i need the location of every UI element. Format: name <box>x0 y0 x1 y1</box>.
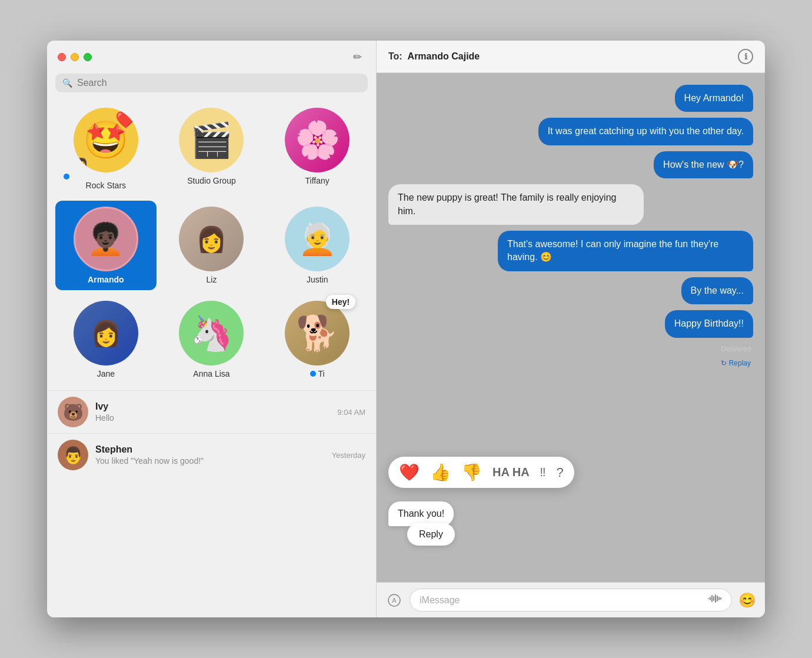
contact-item-liz[interactable]: 👩 Liz <box>161 201 262 290</box>
compose-button[interactable]: ✏ <box>349 49 365 65</box>
bubble-5: That's awesome! I can only imagine the f… <box>498 231 753 271</box>
voice-icon <box>708 594 722 606</box>
to-label: To: <box>388 51 402 61</box>
avatar-anna-lisa: 🦄 <box>179 301 244 365</box>
message-row-7: Happy Birthday!! <box>388 310 753 337</box>
thank-you-bubble: Thank you! <box>388 501 454 526</box>
svg-rect-9 <box>720 597 721 600</box>
svg-rect-4 <box>711 595 713 602</box>
svg-rect-5 <box>713 596 714 601</box>
list-name-stephen: Stephen <box>95 444 325 455</box>
avatar-tiffany: 🌸 <box>285 108 350 172</box>
contact-item-justin[interactable]: 🧑‍🦳 Justin <box>267 201 368 290</box>
message-row-1: Hey Armando! <box>388 85 753 112</box>
list-time-ivy: 9:04 AM <box>337 408 365 417</box>
search-bar[interactable]: 🔍 <box>55 74 368 92</box>
contact-name-anna-lisa: Anna Lisa <box>193 369 229 378</box>
contact-item-tiffany[interactable]: 🌸 Tiffany <box>267 102 368 196</box>
contact-name-liz: Liz <box>207 275 217 284</box>
tapback-emphasis[interactable]: ‼ <box>540 466 546 479</box>
contact-name-ti: Ti <box>318 369 325 378</box>
avatar-ivy: 🐻 <box>58 397 88 427</box>
avatar-liz: 👩 <box>179 207 244 271</box>
unread-dot-rock-stars <box>64 174 69 180</box>
hey-bubble: Hey! <box>326 295 355 309</box>
emoji-button[interactable]: 😊 <box>738 591 757 610</box>
contact-item-rock-stars[interactable]: 🤩 ❤️ 👩 Rock Stars <box>55 102 157 196</box>
svg-rect-8 <box>718 597 720 600</box>
tapback-thumbsup[interactable]: 👍 <box>430 463 451 482</box>
search-input[interactable] <box>77 78 361 88</box>
svg-rect-7 <box>717 596 718 601</box>
avatar-armando: 🧑🏿‍🦱 <box>74 207 138 271</box>
message-row-6: By the way... <box>388 277 753 304</box>
unread-dot-ti <box>310 371 316 377</box>
svg-rect-3 <box>710 597 711 600</box>
tapback-popover: ❤️ 👍 👎 HA HA ‼ ? <box>388 457 574 488</box>
chat-pane: To: Armando Cajide ℹ Hey Armando! It was… <box>377 41 765 617</box>
tapback-haha[interactable]: HA HA <box>492 466 530 479</box>
tapback-thumbsdown[interactable]: 👎 <box>461 463 482 482</box>
messages-area: Hey Armando! It was great catching up wi… <box>377 73 765 582</box>
svg-text:A: A <box>392 597 397 604</box>
search-icon: 🔍 <box>62 78 72 88</box>
traffic-lights <box>58 53 92 61</box>
close-button[interactable] <box>58 53 66 61</box>
contact-item-anna-lisa[interactable]: 🦄 Anna Lisa <box>161 295 262 384</box>
message-input-placeholder: iMessage <box>420 595 703 606</box>
message-input-container[interactable]: iMessage <box>410 589 732 612</box>
tapback-heart[interactable]: ❤️ <box>399 463 420 482</box>
list-time-stephen: Yesterday <box>332 451 365 460</box>
contacts-grid: 🤩 ❤️ 👩 Rock Stars 🎬 Studio Group 🌸 <box>47 99 376 390</box>
contact-name-rock-stars: Rock Stars <box>86 181 126 190</box>
contact-name-jane: Jane <box>97 369 115 378</box>
bubble-7: Happy Birthday!! <box>665 310 753 337</box>
contact-item-studio-group[interactable]: 🎬 Studio Group <box>161 102 262 196</box>
list-info-ivy: Ivy Hello <box>95 401 330 423</box>
bubble-6: By the way... <box>681 277 753 304</box>
messages-window: ✏ 🔍 🤩 ❤️ 👩 Rock Stars <box>47 41 765 617</box>
app-store-button[interactable]: A <box>385 591 404 610</box>
contacts-list: 🐻 Ivy Hello 9:04 AM 👨 Stephen You liked … <box>47 390 376 617</box>
avatar-jane: 👩 <box>74 301 138 365</box>
bubble-2: It was great catching up with you the ot… <box>538 118 753 145</box>
bubble-1: Hey Armando! <box>675 85 753 112</box>
contact-name-studio-group: Studio Group <box>187 176 236 185</box>
message-row-3: How's the new 🐶? <box>388 151 753 178</box>
chat-input-area: A iMessage � <box>377 582 765 617</box>
tapback-question[interactable]: ? <box>557 465 564 480</box>
info-button[interactable]: ℹ <box>738 49 753 64</box>
avatar-justin: 🧑‍🦳 <box>285 207 350 271</box>
list-preview-stephen: You liked "Yeah now is good!" <box>95 456 325 466</box>
list-item-stephen[interactable]: 👨 Stephen You liked "Yeah now is good!" … <box>47 433 376 476</box>
contact-name-tiffany: Tiffany <box>305 176 330 185</box>
list-name-ivy: Ivy <box>95 401 330 412</box>
bubble-3: How's the new 🐶? <box>654 151 753 178</box>
message-row-5: That's awesome! I can only imagine the f… <box>388 231 753 271</box>
message-row-4: The new puppy is great! The family is re… <box>388 184 753 225</box>
list-info-stephen: Stephen You liked "Yeah now is good!" <box>95 444 325 466</box>
avatar-stephen: 👨 <box>58 440 88 470</box>
contact-name-justin: Justin <box>307 275 328 284</box>
avatar-rock-stars: 🤩 ❤️ 👩 <box>74 108 138 172</box>
contact-item-ti[interactable]: 🐕 Hey! Ti <box>267 295 368 384</box>
chat-header-title: To: Armando Cajide <box>388 51 480 62</box>
message-status: Delivered <box>388 345 751 353</box>
fullscreen-button[interactable] <box>84 53 92 61</box>
recipient-name: Armando Cajide <box>408 51 480 61</box>
list-item-ivy[interactable]: 🐻 Ivy Hello 9:04 AM <box>47 390 376 433</box>
reply-button[interactable]: Reply <box>407 523 455 546</box>
svg-rect-2 <box>708 598 709 599</box>
avatar-studio-group: 🎬 <box>179 108 244 172</box>
contact-item-armando[interactable]: 🧑🏿‍🦱 Armando <box>55 201 157 290</box>
svg-rect-6 <box>715 594 716 603</box>
contact-item-jane[interactable]: 👩 Jane <box>55 295 157 384</box>
message-row-2: It was great catching up with you the ot… <box>388 118 753 145</box>
minimize-button[interactable] <box>71 53 79 61</box>
list-preview-ivy: Hello <box>95 413 330 423</box>
sidebar: ✏ 🔍 🤩 ❤️ 👩 Rock Stars <box>47 41 377 617</box>
bubble-4: The new puppy is great! The family is re… <box>388 184 644 225</box>
contact-name-armando: Armando <box>88 275 124 284</box>
chat-header: To: Armando Cajide ℹ <box>377 41 765 73</box>
replay-button[interactable]: ↻ Replay <box>388 359 751 367</box>
